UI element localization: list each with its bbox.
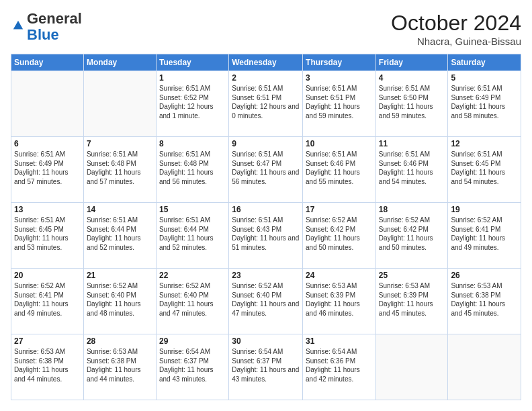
day-info: Sunrise: 6:51 AM Sunset: 6:51 PM Dayligh… [232,84,300,120]
calendar-cell [11,71,84,137]
calendar-header-row: SundayMondayTuesdayWednesdayThursdayFrid… [11,54,521,71]
calendar-cell: 1Sunrise: 6:51 AM Sunset: 6:52 PM Daylig… [156,71,228,137]
calendar-cell: 26Sunrise: 6:53 AM Sunset: 6:38 PM Dayli… [448,269,521,334]
day-number: 28 [87,336,153,346]
day-number: 15 [159,205,226,214]
day-info: Sunrise: 6:54 AM Sunset: 6:37 PM Dayligh… [159,347,226,383]
day-info: Sunrise: 6:53 AM Sunset: 6:38 PM Dayligh… [14,347,81,383]
day-info: Sunrise: 6:51 AM Sunset: 6:48 PM Dayligh… [159,150,226,186]
calendar-header-thursday: Thursday [303,54,376,71]
day-number: 30 [232,336,300,346]
calendar-cell: 23Sunrise: 6:52 AM Sunset: 6:40 PM Dayli… [229,269,303,334]
calendar-cell: 31Sunrise: 6:54 AM Sunset: 6:36 PM Dayli… [303,334,376,400]
calendar-cell: 16Sunrise: 6:51 AM Sunset: 6:43 PM Dayli… [229,203,303,269]
logo-icon [12,19,24,32]
calendar-cell: 2Sunrise: 6:51 AM Sunset: 6:51 PM Daylig… [229,71,303,137]
day-number: 29 [159,336,226,346]
day-info: Sunrise: 6:51 AM Sunset: 6:51 PM Dayligh… [306,84,373,120]
calendar-cell: 6Sunrise: 6:51 AM Sunset: 6:49 PM Daylig… [11,137,84,203]
calendar-cell: 9Sunrise: 6:51 AM Sunset: 6:47 PM Daylig… [229,137,303,203]
day-info: Sunrise: 6:54 AM Sunset: 6:37 PM Dayligh… [232,347,300,383]
month-title: October 2024 [391,11,521,36]
calendar-header-friday: Friday [375,54,448,71]
calendar-cell: 25Sunrise: 6:53 AM Sunset: 6:39 PM Dayli… [375,269,448,334]
day-number: 13 [14,205,81,214]
day-info: Sunrise: 6:52 AM Sunset: 6:40 PM Dayligh… [159,281,226,318]
day-info: Sunrise: 6:51 AM Sunset: 6:44 PM Dayligh… [87,216,153,252]
day-info: Sunrise: 6:51 AM Sunset: 6:50 PM Dayligh… [379,84,445,120]
day-number: 23 [232,271,300,280]
day-info: Sunrise: 6:51 AM Sunset: 6:46 PM Dayligh… [306,150,373,186]
day-number: 14 [87,205,153,214]
day-info: Sunrise: 6:51 AM Sunset: 6:52 PM Dayligh… [159,84,226,120]
calendar-cell: 30Sunrise: 6:54 AM Sunset: 6:37 PM Dayli… [229,334,303,400]
calendar-header-sunday: Sunday [11,54,84,71]
day-info: Sunrise: 6:52 AM Sunset: 6:42 PM Dayligh… [306,216,373,252]
calendar-cell [448,334,521,400]
day-number: 4 [379,73,445,83]
calendar-cell: 18Sunrise: 6:52 AM Sunset: 6:42 PM Dayli… [375,203,448,269]
day-number: 26 [451,271,518,280]
logo-general: General [27,10,82,27]
calendar-cell: 15Sunrise: 6:51 AM Sunset: 6:44 PM Dayli… [156,203,228,269]
day-number: 3 [306,73,373,83]
day-info: Sunrise: 6:51 AM Sunset: 6:49 PM Dayligh… [451,84,518,120]
calendar-cell: 11Sunrise: 6:51 AM Sunset: 6:46 PM Dayli… [375,137,448,203]
calendar-cell [375,334,448,400]
day-number: 16 [232,205,300,214]
calendar-week-row: 27Sunrise: 6:53 AM Sunset: 6:38 PM Dayli… [11,334,521,400]
day-info: Sunrise: 6:52 AM Sunset: 6:40 PM Dayligh… [232,281,300,318]
calendar-cell: 14Sunrise: 6:51 AM Sunset: 6:44 PM Dayli… [83,203,156,269]
day-number: 31 [306,336,373,346]
day-info: Sunrise: 6:53 AM Sunset: 6:38 PM Dayligh… [87,347,153,383]
day-number: 5 [451,73,518,83]
calendar-header-tuesday: Tuesday [156,54,228,71]
day-info: Sunrise: 6:52 AM Sunset: 6:40 PM Dayligh… [87,281,153,318]
header: General Blue October 2024 Nhacra, Guinea… [11,11,521,47]
calendar-table: SundayMondayTuesdayWednesdayThursdayFrid… [11,54,521,400]
svg-marker-0 [13,21,23,30]
calendar-cell: 10Sunrise: 6:51 AM Sunset: 6:46 PM Dayli… [303,137,376,203]
calendar-cell: 4Sunrise: 6:51 AM Sunset: 6:50 PM Daylig… [375,71,448,137]
calendar-cell: 3Sunrise: 6:51 AM Sunset: 6:51 PM Daylig… [303,71,376,137]
day-info: Sunrise: 6:52 AM Sunset: 6:42 PM Dayligh… [379,216,445,252]
calendar-cell: 8Sunrise: 6:51 AM Sunset: 6:48 PM Daylig… [156,137,228,203]
day-info: Sunrise: 6:53 AM Sunset: 6:39 PM Dayligh… [306,281,373,318]
day-number: 20 [14,271,81,280]
logo: General Blue [11,11,82,43]
day-info: Sunrise: 6:51 AM Sunset: 6:48 PM Dayligh… [87,150,153,186]
calendar-header-saturday: Saturday [448,54,521,71]
calendar-cell: 13Sunrise: 6:51 AM Sunset: 6:45 PM Dayli… [11,203,84,269]
day-info: Sunrise: 6:51 AM Sunset: 6:43 PM Dayligh… [232,216,300,252]
calendar-cell: 24Sunrise: 6:53 AM Sunset: 6:39 PM Dayli… [303,269,376,334]
day-info: Sunrise: 6:51 AM Sunset: 6:44 PM Dayligh… [159,216,226,252]
day-number: 17 [306,205,373,214]
calendar-cell: 28Sunrise: 6:53 AM Sunset: 6:38 PM Dayli… [83,334,156,400]
page: General Blue October 2024 Nhacra, Guinea… [0,0,532,411]
title-section: October 2024 Nhacra, Guinea-Bissau [391,11,521,47]
calendar-cell: 12Sunrise: 6:51 AM Sunset: 6:45 PM Dayli… [448,137,521,203]
day-number: 8 [159,139,226,148]
calendar-week-row: 20Sunrise: 6:52 AM Sunset: 6:41 PM Dayli… [11,269,521,334]
location-title: Nhacra, Guinea-Bissau [391,36,521,47]
day-info: Sunrise: 6:51 AM Sunset: 6:47 PM Dayligh… [232,150,300,186]
day-info: Sunrise: 6:51 AM Sunset: 6:45 PM Dayligh… [451,150,518,186]
calendar-header-wednesday: Wednesday [229,54,303,71]
calendar-header-monday: Monday [83,54,156,71]
day-number: 10 [306,139,373,148]
day-number: 21 [87,271,153,280]
calendar-cell: 27Sunrise: 6:53 AM Sunset: 6:38 PM Dayli… [11,334,84,400]
calendar-cell: 7Sunrise: 6:51 AM Sunset: 6:48 PM Daylig… [83,137,156,203]
day-info: Sunrise: 6:53 AM Sunset: 6:39 PM Dayligh… [379,281,445,318]
calendar-cell: 20Sunrise: 6:52 AM Sunset: 6:41 PM Dayli… [11,269,84,334]
day-number: 1 [159,73,226,83]
day-info: Sunrise: 6:51 AM Sunset: 6:45 PM Dayligh… [14,216,81,252]
day-info: Sunrise: 6:53 AM Sunset: 6:38 PM Dayligh… [451,281,518,318]
calendar-cell: 29Sunrise: 6:54 AM Sunset: 6:37 PM Dayli… [156,334,228,400]
day-number: 22 [159,271,226,280]
day-number: 7 [87,139,153,148]
day-info: Sunrise: 6:52 AM Sunset: 6:41 PM Dayligh… [14,281,81,318]
day-number: 2 [232,73,300,83]
calendar-cell: 17Sunrise: 6:52 AM Sunset: 6:42 PM Dayli… [303,203,376,269]
calendar-cell: 5Sunrise: 6:51 AM Sunset: 6:49 PM Daylig… [448,71,521,137]
